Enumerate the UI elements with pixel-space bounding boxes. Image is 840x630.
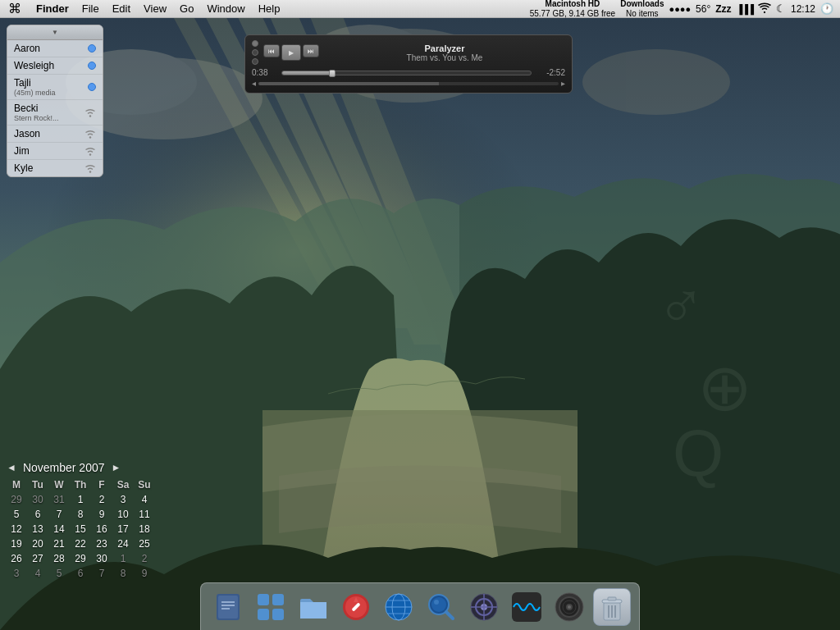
buddy-item-becki[interactable]: Becki Stern Rock!... [7,100,103,126]
cal-day-27[interactable]: 27 [28,551,48,566]
menu-go[interactable]: Go [173,0,200,18]
calendar-month-year: November 2007 [23,461,105,474]
cal-day-21[interactable]: 21 [49,536,69,551]
cal-day-4-dec[interactable]: 4 [28,566,48,581]
cal-day-5-dec[interactable]: 5 [49,566,69,581]
cal-day-30-oct[interactable]: 30 [28,492,48,507]
svg-point-16 [89,115,91,116]
cal-day-11[interactable]: 11 [135,507,154,522]
menu-finder[interactable]: Finder [30,0,75,18]
music-progress: 0:38 -2:52 [252,68,565,77]
music-player: ⏮ ▶ ⏭ Paralyzer Them vs. You vs. Me 0:38… [244,34,573,94]
cal-day-2-dec[interactable]: 2 [135,551,154,566]
svg-point-41 [431,597,446,612]
cal-day-14[interactable]: 14 [49,522,69,536]
cal-day-29[interactable]: 29 [71,551,90,566]
buddy-item-jim[interactable]: Jim [7,143,103,160]
cal-day-7-dec[interactable]: 7 [92,566,112,581]
buddy-name-wesleigh: Wesleigh [14,60,54,71]
menu-window[interactable]: Window [200,0,251,18]
next-button[interactable]: ⏭ [303,44,319,57]
cal-day-6[interactable]: 6 [28,507,48,522]
music-title: Paralyzer [324,43,565,53]
cal-day-9-dec[interactable]: 9 [135,566,154,581]
radio-dot-2[interactable] [252,49,258,56]
cal-hdr-tu: Tu [28,477,48,492]
svg-rect-25 [258,594,269,605]
menu-edit[interactable]: Edit [106,0,137,18]
dock-search-icon[interactable] [422,588,460,626]
cal-day-8[interactable]: 8 [71,507,90,522]
cal-day-2[interactable]: 2 [92,492,112,507]
buddy-item-jason[interactable]: Jason [7,126,103,143]
dock-wave-icon[interactable] [508,588,546,626]
cal-day-4[interactable]: 4 [135,492,154,507]
buddy-item-tajli[interactable]: Tajli (45m) media [7,75,103,100]
cal-day-7[interactable]: 7 [49,507,69,522]
menu-file[interactable]: File [75,0,106,18]
buddy-item-kyle[interactable]: Kyle [7,160,103,176]
cal-day-24[interactable]: 24 [113,536,133,551]
progress-handle[interactable] [329,70,336,77]
cal-day-23[interactable]: 23 [92,536,112,551]
cal-day-18[interactable]: 18 [135,522,154,536]
cal-day-13[interactable]: 13 [28,522,48,536]
dock-globe-icon[interactable] [380,588,418,626]
cal-day-28[interactable]: 28 [49,551,69,566]
calendar-grid: M Tu W Th F Sa Su 29 30 31 1 2 3 4 5 6 7… [7,477,154,581]
radio-dot-3[interactable] [252,58,258,65]
menu-help[interactable]: Help [252,0,287,18]
cal-day-12[interactable]: 12 [7,522,26,536]
cal-day-10[interactable]: 10 [113,507,133,522]
cal-day-26[interactable]: 26 [7,551,26,566]
dock-folder-icon[interactable] [294,588,332,626]
calendar-prev[interactable]: ◄ [7,462,16,473]
cal-day-22[interactable]: 22 [71,536,90,551]
wifi-icon[interactable] [758,2,771,16]
buddy-item-aaron[interactable]: Aaron [7,40,103,57]
brightness-icon: ☾ [776,2,786,15]
buddy-name-jason: Jason [14,128,40,139]
dock-record-icon[interactable] [550,588,588,626]
cal-day-30[interactable]: 30 [92,551,112,566]
dock-book-icon[interactable] [209,588,247,626]
cal-day-17[interactable]: 17 [113,522,133,536]
calendar-next[interactable]: ► [112,462,121,473]
cal-day-29-oct[interactable]: 29 [7,492,26,507]
cal-day-16[interactable]: 16 [92,522,112,536]
calendar-week-4: 19 20 21 22 23 24 25 [7,536,154,551]
battery-icon: ●●●● [669,4,692,14]
cal-day-25[interactable]: 25 [135,536,154,551]
calendar-week-1: 29 30 31 1 2 3 4 [7,492,154,507]
music-time-elapsed: 0:38 [252,68,276,77]
cal-day-6-dec[interactable]: 6 [71,566,90,581]
cal-day-8-dec[interactable]: 8 [113,566,133,581]
cal-day-19[interactable]: 19 [7,536,26,551]
cal-day-1-dec[interactable]: 1 [113,551,133,566]
apple-menu[interactable]: ⌘ [0,0,30,18]
cal-day-3-dec[interactable]: 3 [7,566,26,581]
prev-button[interactable]: ⏮ [263,44,280,57]
dock-settings-icon[interactable] [465,588,503,626]
cal-day-31-oct[interactable]: 31 [49,492,69,507]
hd-size: 55.77 GB, 9.14 GB free [530,9,616,19]
dock-trash-icon[interactable] [593,588,631,626]
cal-day-5[interactable]: 5 [7,507,26,522]
cal-day-9[interactable]: 9 [92,507,112,522]
progress-bar[interactable] [281,71,532,75]
svg-rect-28 [272,609,284,620]
dock-grid-icon[interactable] [252,588,290,626]
cal-day-1[interactable]: 1 [71,492,90,507]
dock-pen-icon[interactable] [337,588,375,626]
radio-dot-1[interactable] [252,40,258,47]
buddy-list-collapse[interactable]: ▼ [52,29,58,36]
menu-view[interactable]: View [137,0,173,18]
svg-point-42 [434,600,439,605]
cal-day-20[interactable]: 20 [28,536,48,551]
volume-bar[interactable] [258,82,559,85]
buddy-item-wesleigh[interactable]: Wesleigh [7,57,103,75]
cal-day-15[interactable]: 15 [71,522,90,536]
play-button[interactable]: ▶ [281,44,301,61]
buddy-name-becki: Becki [14,103,59,114]
cal-day-3[interactable]: 3 [113,492,133,507]
